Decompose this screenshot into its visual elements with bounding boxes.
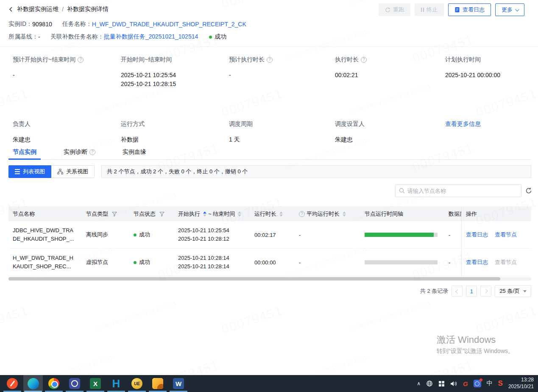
info-cell-schedule-setter: 调度设置人 朱建忠 (335, 120, 445, 144)
taskbar-clock[interactable]: 13:28 2025/10/21 (508, 377, 534, 390)
taskbar-icon-excel[interactable]: X (86, 375, 105, 392)
instance-status: 成功 (209, 33, 226, 41)
filter-icon[interactable] (112, 211, 117, 217)
relation-view-button[interactable]: 关系视图 (51, 165, 95, 178)
pagination: 共 2 条记录 1 25 条/页 (420, 285, 531, 297)
taskbar-icon-ultraedit[interactable]: UE (127, 375, 147, 392)
status-dot-icon (209, 36, 212, 39)
run-duration: 00:02:17 (250, 221, 295, 248)
sort-end-icon[interactable] (238, 211, 241, 217)
end-time: 2025-10-21 10:28:14 (178, 262, 229, 271)
view-log-link[interactable]: 查看日志 (466, 231, 488, 239)
list-view-button[interactable]: 列表视图 (8, 165, 51, 178)
top-bar: 补数据实例运维 / 补数据实例详情 重跑 终止 查看日志 更多 (0, 0, 538, 19)
tab-instance-diagnosis[interactable]: 实例诊断 ? (59, 145, 100, 159)
chevron-right-icon (484, 289, 488, 293)
windows-taskbar: X H UE W ∧ G 中 S 13:28 2025/10/21 (0, 375, 538, 392)
avg-duration: - (295, 221, 360, 248)
info-cell-start-end: 开始时间~结束时间 2025-10-21 10:25:54 2025-10-21… (121, 56, 229, 89)
search-row (0, 184, 538, 197)
prev-page-button[interactable] (452, 286, 463, 297)
node-name-line2[interactable]: DE_HKAUDIT_SHOP_... (13, 235, 74, 243)
info-cell-owner: 负责人 朱建忠 (13, 120, 121, 144)
taskbar-icon-edge[interactable] (23, 375, 43, 392)
tray-expand-icon[interactable]: ∧ (417, 381, 421, 386)
taskbar-icon-snipping[interactable] (3, 375, 22, 392)
info-cell-schedule-cycle: 调度周期 1 天 (229, 120, 335, 144)
info-row-2: 负责人 朱建忠 运行方式 补数据 调度周期 1 天 调度设置人 朱建忠 查看更多… (13, 120, 531, 144)
view-toolbar: 列表视图 关系视图 共 2 个节点，成功 2 个，失败 0 个，终止 0 个，撤… (8, 165, 531, 178)
more-button[interactable]: 更多 (495, 3, 524, 16)
node-search (395, 184, 521, 197)
node-type: 离线同步 (82, 221, 129, 248)
h-app-icon: H (112, 378, 120, 389)
help-icon[interactable]: ? (267, 57, 273, 63)
view-node-link[interactable]: 查看节点 (495, 259, 517, 266)
scrollbar-thumb[interactable] (8, 277, 500, 281)
node-search-input[interactable] (407, 188, 518, 194)
sogou-icon[interactable]: S (498, 379, 503, 388)
view-log-button[interactable]: 查看日志 (448, 3, 491, 16)
window-panes-icon[interactable] (438, 381, 445, 387)
current-page-button[interactable]: 1 (466, 286, 477, 297)
node-summary-bar: 共 2 个节点，成功 2 个，失败 0 个，终止 0 个，撤销 0 个 (101, 165, 531, 178)
node-name-line1[interactable]: JDBC_HIVE_DWD_TRA (13, 226, 74, 235)
rerun-icon (385, 7, 390, 13)
refresh-button[interactable] (525, 187, 532, 195)
node-name-line1[interactable]: H_WF_DWD_TRADE_H (13, 254, 73, 262)
next-page-button[interactable] (480, 286, 491, 297)
help-icon[interactable]: ? (299, 211, 305, 217)
node-name-line2[interactable]: KAUDIT_SHOP_REC... (13, 262, 73, 271)
rerun-button[interactable]: 重跑 (379, 3, 410, 16)
tray-g-app-icon[interactable]: G (463, 380, 468, 387)
node-status: 成功 (139, 259, 150, 266)
info-cell-run-mode: 运行方式 补数据 (121, 120, 229, 144)
baseline-label: 所属基线： (8, 33, 38, 41)
tab-node-instances[interactable]: 节点实例 (8, 145, 41, 159)
breadcrumb: 补数据实例运维 / 补数据实例详情 (8, 6, 109, 13)
excel-icon: X (90, 378, 101, 389)
horizontal-scrollbar (8, 277, 531, 281)
table-row: JDBC_HIVE_DWD_TRA DE_HKAUDIT_SHOP_... 离线… (8, 221, 531, 249)
node-table: 节点名称 节点类型 节点状态 开始执行 ~ 结束时间 运行时长 ? 平均 (8, 206, 531, 276)
col-avg-duration: ? 平均运行时长 (295, 206, 360, 221)
chat-app-icon (69, 378, 80, 389)
terminate-button[interactable]: 终止 (415, 3, 444, 16)
ime-indicator[interactable]: 中 (487, 380, 493, 387)
end-time: 2025-10-21 10:28:12 (178, 235, 229, 243)
taskbar-icon-messenger[interactable] (65, 375, 84, 392)
back-chevron-icon[interactable] (8, 7, 14, 12)
page: 补数据实例运维 / 补数据实例详情 重跑 终止 查看日志 更多 实例I (0, 0, 538, 392)
clock-date: 2025/10/21 (508, 384, 534, 390)
filter-icon[interactable] (159, 211, 164, 217)
help-icon[interactable]: ? (89, 149, 95, 155)
tray-blue-app-icon[interactable] (474, 380, 481, 387)
taskbar-icon-chrome[interactable] (44, 375, 64, 392)
taskbar-icon-word[interactable]: W (169, 375, 188, 392)
view-more-info-link[interactable]: 查看更多信息 (445, 120, 481, 128)
view-node-link[interactable]: 查看节点 (495, 231, 517, 239)
volume-icon[interactable] (450, 381, 457, 387)
view-log-link[interactable]: 查看日志 (466, 259, 488, 266)
sort-duration-icon[interactable] (279, 211, 283, 217)
col-node-name: 节点名称 (8, 206, 82, 221)
info-cell-plan-time: 计划执行时间 2025-10-21 00:00:00 (445, 56, 521, 89)
data-quality: - (444, 249, 461, 276)
total-records: 共 2 条记录 (420, 287, 448, 295)
chevron-down-icon (515, 7, 519, 11)
col-data-quality: 数据质 (444, 206, 461, 221)
tab-instance-lineage[interactable]: 实例血缘 (118, 145, 151, 159)
info-cell-expected-time: 预计开始执行~结束时间? - (13, 56, 121, 89)
taskbar-icon-foxmail[interactable] (148, 375, 167, 392)
col-duration: 运行时长 (250, 206, 295, 221)
task-name-link[interactable]: H_WF_DWD_TRADE_HKAUDIT_SHOP_RECEIPT_2_CK (92, 21, 246, 28)
taskbar-icon-h-app[interactable]: H (106, 375, 126, 392)
page-size-select[interactable]: 25 条/页 (495, 285, 531, 297)
related-task-link[interactable]: 批量补数据任务_20251021_102514 (104, 33, 198, 41)
help-icon[interactable]: ? (361, 57, 367, 63)
breadcrumb-parent[interactable]: 补数据实例运维 (17, 6, 59, 13)
help-icon[interactable]: ? (78, 57, 84, 63)
sort-start-icon[interactable] (203, 211, 206, 217)
network-globe-icon[interactable] (426, 380, 433, 387)
sort-avg-icon[interactable] (343, 211, 346, 217)
